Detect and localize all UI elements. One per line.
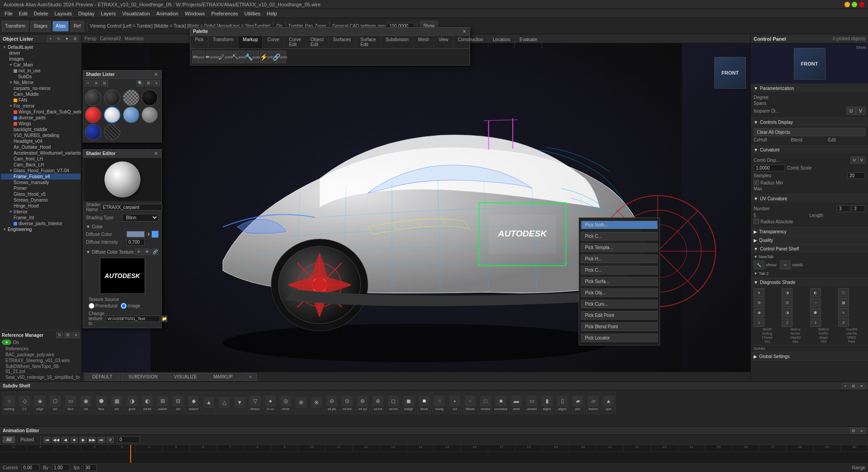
ol-refresh-btn[interactable]: ↻: [55, 36, 62, 42]
shelf-icon-sd-ext[interactable]: ◻sd ext: [386, 392, 401, 414]
vis2-btn[interactable]: 2: [782, 318, 793, 327]
anim-prev[interactable]: ◀: [61, 437, 69, 443]
timeline-playhead[interactable]: [130, 445, 131, 463]
menu-item-layers[interactable]: Layers: [98, 10, 118, 17]
shelf-icon-[interactable]: ⊗: [309, 392, 324, 414]
shelf-icon-[interactable]: ▼: [232, 392, 247, 414]
ref-item-references[interactable]: References: [2, 346, 80, 352]
ol-item-backlight-middle[interactable]: backlight_middle: [1, 127, 80, 132]
shelf-icon-shrink[interactable]: ◐shrink: [140, 392, 155, 414]
sl-options-btn[interactable]: ≡: [153, 80, 160, 86]
shelf-icon-face[interactable]: ▭face: [63, 392, 78, 414]
ref-filter-btn[interactable]: ⚙: [64, 332, 71, 338]
right-panel-nav-cube[interactable]: FRONT: [794, 48, 826, 80]
pick-surface-btn[interactable]: Pick Surfa...: [581, 277, 658, 286]
palette-tab-pick[interactable]: Pick: [190, 36, 208, 48]
diffuse-intensity-input[interactable]: [127, 239, 145, 245]
texture-link-btn[interactable]: 🔗: [151, 249, 159, 255]
xsedit-icon[interactable]: ✏: [780, 260, 791, 269]
diffuse-color-swatch[interactable]: [127, 231, 145, 237]
surfdir-btn[interactable]: →: [810, 298, 821, 307]
pick-nothing-btn[interactable]: Pick Noth...: [581, 221, 658, 229]
shader-ball-white[interactable]: [104, 107, 120, 123]
shelf-icon-set[interactable]: ⊟set: [171, 392, 185, 414]
shelf-icon-[interactable]: ▲: [202, 392, 216, 414]
shader-ball-dark_gray[interactable]: [104, 90, 120, 106]
anim-skip-end[interactable]: ⏭: [98, 437, 105, 443]
shelf-icon-uncrease[interactable]: ■uncrease: [494, 392, 508, 414]
palette-tab-object-edit[interactable]: Object Edit: [306, 36, 329, 48]
tab-default[interactable]: DEFAULT: [85, 373, 120, 381]
sl-copy-btn[interactable]: ⧉: [101, 80, 108, 86]
tab-markup[interactable]: MARKUP: [206, 373, 241, 381]
timeline[interactable]: -101234567891011121314151617181920212223…: [0, 445, 868, 463]
ol-item-cam-front-lh[interactable]: Cam_front_LH: [1, 156, 80, 162]
u-button[interactable]: U: [846, 107, 856, 115]
nav-cube[interactable]: FRONT: [714, 57, 746, 89]
anim-filter-btn[interactable]: ⚙: [850, 428, 857, 434]
stages-button[interactable]: Stages: [30, 21, 51, 32]
shelf-icon-nothing[interactable]: ○nothing: [2, 392, 16, 414]
ol-item-wings[interactable]: Wings: [1, 121, 80, 127]
curvature-header[interactable]: ▼ Curvature: [751, 146, 868, 154]
sl-search-btn[interactable]: 🔍: [137, 80, 144, 86]
comb-scale-input[interactable]: [754, 165, 785, 171]
ol-item-images[interactable]: Images: [1, 56, 80, 62]
anim-options-btn[interactable]: ≡: [858, 428, 865, 434]
ol-item-fan[interactable]: FAN: [1, 97, 80, 103]
anim-prev-frame[interactable]: ◀◀: [52, 437, 60, 443]
menu-item-visualization[interactable]: Visualization: [119, 10, 153, 17]
anim-start-input[interactable]: [118, 436, 140, 443]
ol-add-btn[interactable]: +: [47, 36, 54, 42]
shelf-icon-alignc[interactable]: ▯alignc: [555, 392, 570, 414]
cp-shelf-header[interactable]: ▼ Control Panel Shelf: [751, 245, 868, 253]
ref-refresh-btn[interactable]: ↻: [56, 332, 63, 338]
ol-item-carparts-no-mirror[interactable]: carparts_no-mirror: [1, 85, 80, 91]
comb-v-btn[interactable]: V: [858, 156, 865, 164]
shelf-icon-circle[interactable]: ◎circle: [278, 392, 293, 414]
palette-icon-pcdor[interactable]: 🔧pcdor: [246, 51, 259, 63]
ol-item-subds[interactable]: SubDs: [1, 74, 80, 80]
shader-name-input[interactable]: [100, 204, 162, 211]
vis1-btn[interactable]: 1: [754, 318, 764, 327]
tab-add-button[interactable]: +: [241, 373, 257, 381]
shader-lister-close[interactable]: ✕: [153, 72, 159, 77]
horver-btn[interactable]: ⊟: [782, 298, 793, 307]
ref-item-subdwheel_newtopo_08-01_21-zol[interactable]: SubDWheel_NewTopo_08-01_21.zol: [2, 363, 80, 374]
subdiv-close-btn[interactable]: ✕: [858, 383, 865, 389]
shelf-icon-face[interactable]: ⬢face: [94, 392, 108, 414]
close-button[interactable]: [859, 2, 864, 7]
clayao-btn[interactable]: ◑: [782, 308, 793, 317]
ref-item-bac_package_poly-wire[interactable]: BAC_package_poly.wire: [2, 352, 80, 358]
ol-layer-engineering[interactable]: ▼Engineering: [1, 227, 80, 232]
ol-item-v10-nurbs-detailing[interactable]: V10_NURBS_detailing: [1, 132, 80, 138]
ol-item-driver[interactable]: driver: [1, 50, 80, 56]
ref-button[interactable]: Ref: [71, 21, 84, 32]
number-input[interactable]: [837, 205, 850, 212]
diffuse-color-slider[interactable]: [146, 232, 150, 236]
anim-loop[interactable]: ↺: [107, 437, 114, 443]
shader-ball-light_blue[interactable]: [123, 107, 139, 123]
palette-icon-pcdot[interactable]: ⛏pcdot: [233, 51, 245, 63]
radius-min-checkbox[interactable]: [754, 180, 759, 185]
palette-tab-surface-edit[interactable]: Surface Edit: [356, 36, 381, 48]
ol-item-interior[interactable]: ▼Interior: [1, 209, 80, 215]
palette-tab-surfaces[interactable]: Surfaces: [329, 36, 356, 48]
palette-tab-markup[interactable]: Markup: [238, 36, 263, 48]
shader-ball-gray[interactable]: [142, 107, 158, 123]
ol-item-accelerated-windtunnel-variants[interactable]: Accelerated_Windtunnel_variants: [1, 150, 80, 156]
shelf-icon-plnr[interactable]: ▰plnr: [571, 392, 585, 414]
sfmov-icon[interactable]: 🔧: [754, 260, 764, 269]
shelf-icon-sym[interactable]: ▲sym: [601, 392, 616, 414]
subdiv-settings-btn[interactable]: ⚙: [850, 383, 857, 389]
shader-ball-black2[interactable]: [142, 90, 158, 106]
texture-eye-btn[interactable]: 👁: [143, 249, 151, 255]
shelf-icon-sd-cyl[interactable]: ⊚sd cyl: [355, 392, 370, 414]
shelf-icon-bridge[interactable]: ◼bridge: [401, 392, 416, 414]
texture-delete-btn[interactable]: ✕: [135, 249, 142, 255]
vis3-btn[interactable]: 3: [810, 318, 821, 327]
ol-item-screws-manually[interactable]: Screws_manually: [1, 179, 80, 185]
menu-item-help[interactable]: Help: [264, 10, 280, 17]
controls-display-header[interactable]: ▼ Controls Display: [751, 118, 868, 126]
clear-all-objects-btn[interactable]: Clear All Objects: [754, 128, 865, 136]
